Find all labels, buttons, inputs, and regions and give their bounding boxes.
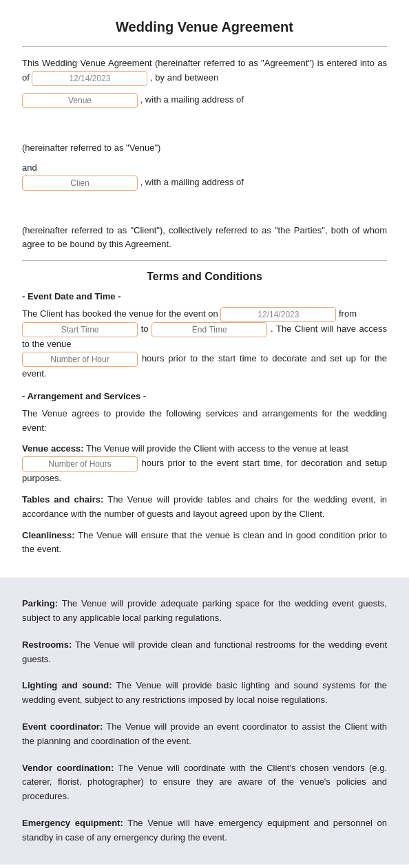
client-mailing-label: , with a mailing address of (140, 177, 244, 187)
venue-referred-para: (hereinafter referred to as "Venue") (22, 141, 387, 156)
intro-paragraph: This Wedding Venue Agreement (hereinafte… (22, 56, 387, 86)
event-line1b: from (339, 309, 357, 319)
vendor-para: Vendor coordination: The Venue will coor… (22, 761, 387, 804)
and-label: and (22, 162, 37, 173)
lighting-label: Lighting and sound: (22, 680, 112, 690)
coordinator-para: Event coordinator: The Venue will provid… (22, 720, 387, 749)
vendor-label: Vendor coordination: (22, 763, 114, 773)
emergency-para: Emergency equipment: The Venue will have… (22, 816, 387, 845)
arrangement-subtitle: - Arrangement and Services - (22, 391, 387, 401)
client-name-input[interactable] (22, 176, 138, 191)
page: Wedding Venue Agreement This Wedding Ven… (0, 0, 409, 865)
lighting-para: Lighting and sound: The Venue will provi… (22, 679, 387, 708)
top-divider (22, 46, 387, 47)
end-time-input[interactable] (151, 322, 267, 337)
event-line1a: The Client has booked the venue for the … (22, 309, 218, 319)
and-text-wrap: and (22, 162, 387, 173)
restrooms-para: Restrooms: The Venue will provide clean … (22, 638, 387, 667)
coordinator-label: Event coordinator: (22, 721, 103, 732)
event-date-subtitle: - Event Date and Time - (22, 291, 387, 301)
page-title: Wedding Venue Agreement (22, 19, 387, 35)
terms-title: Terms and Conditions (22, 271, 387, 283)
client-referred-text: (hereinafter referred to as "Client"), c… (22, 225, 387, 250)
restrooms-text: The Venue will provide clean and functio… (22, 639, 387, 664)
to-label: to (141, 324, 149, 335)
client-address-block: , with a mailing address of (22, 176, 387, 191)
venue-address-space (22, 115, 387, 134)
client-referred-para: (hereinafter referred to as "Client"), c… (22, 224, 387, 253)
venue-referred-text: (hereinafter referred to as "Venue") (22, 142, 160, 153)
tables-para: Tables and chairs: The Venue will provid… (22, 493, 387, 522)
event-date-para: The Client has booked the venue for the … (22, 307, 387, 381)
clean-label: Cleanliness: (22, 530, 75, 540)
client-address-space (22, 198, 387, 217)
cleanliness-para: Cleanliness: The Venue will ensure that … (22, 529, 387, 558)
event-date-input[interactable] (220, 307, 336, 322)
parking-label: Parking: (22, 598, 58, 608)
emergency-label: Emergency equipment: (22, 818, 123, 828)
intro-line2: , by and between (150, 72, 218, 83)
num-hours-input[interactable] (22, 352, 138, 367)
venue-name-input[interactable] (22, 93, 138, 108)
top-section: Wedding Venue Agreement This Wedding Ven… (0, 0, 409, 578)
parking-text: The Venue will provide adequate parking … (22, 598, 387, 623)
venue-access-para: Venue access: The Venue will provide the… (22, 442, 387, 486)
middle-divider (22, 260, 387, 261)
restrooms-label: Restrooms: (22, 639, 72, 650)
start-time-input[interactable] (22, 322, 138, 337)
venue-address-block: , with a mailing address of (22, 93, 387, 108)
clean-text: The Venue will ensure that the venue is … (22, 530, 387, 555)
agreement-date-input[interactable] (32, 71, 147, 86)
venue-mailing-label: , with a mailing address of (140, 94, 244, 105)
venue-access-text: The Venue will provide the Client with a… (86, 443, 348, 454)
venue-access-hours-input[interactable] (22, 456, 138, 472)
venue-access-label: Venue access: (22, 443, 84, 454)
bottom-section: Parking: The Venue will provide adequate… (0, 578, 409, 864)
arrangement-intro: The Venue agrees to provide the followin… (22, 407, 387, 436)
tables-label: Tables and chairs: (22, 494, 103, 505)
parking-para: Parking: The Venue will provide adequate… (22, 597, 387, 626)
